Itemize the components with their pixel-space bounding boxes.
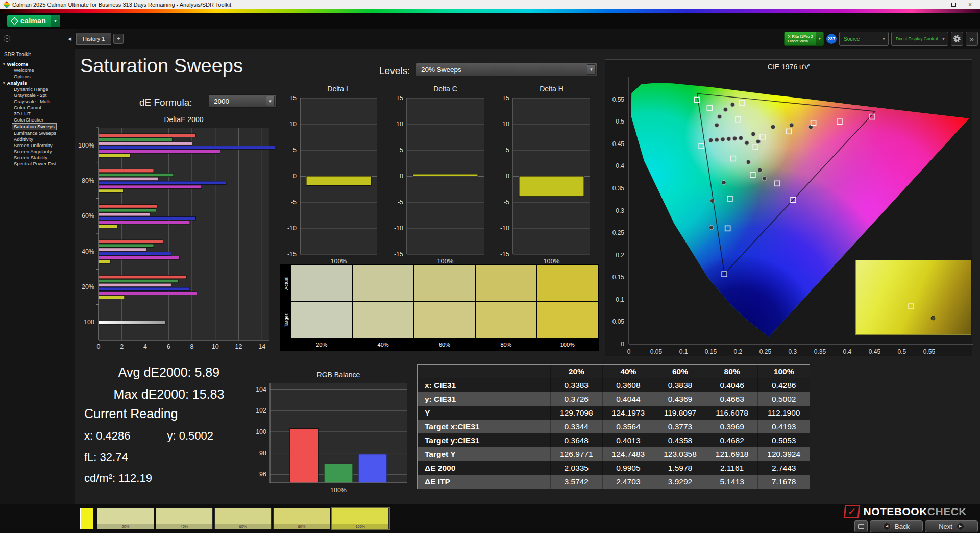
sidebar-item-luminance-sweeps[interactable]: Luminance Sweeps bbox=[12, 130, 58, 136]
sidebar-item-dynamic-range[interactable]: Dynamic Range bbox=[12, 86, 50, 92]
screen-button[interactable] bbox=[854, 520, 868, 532]
calman-logo-icon bbox=[11, 17, 19, 25]
table-cell: 0.5053 bbox=[757, 433, 810, 447]
table-cell: 0.9905 bbox=[602, 461, 654, 475]
sidebar-item-additivity[interactable]: Additivity bbox=[12, 136, 35, 142]
table-cell: 126.9771 bbox=[550, 447, 602, 461]
meter-select-button[interactable]: X-Rite i1Pro 2 Direct View ▼ bbox=[784, 32, 824, 46]
maximize-button[interactable] bbox=[951, 2, 956, 7]
patch-thumbnail-100[interactable]: 100% bbox=[332, 508, 389, 529]
patch-thumbnail-20[interactable]: 20% bbox=[97, 508, 154, 529]
sidebar-item-color-gamut[interactable]: Color Gamut bbox=[12, 105, 43, 111]
tree-group-analysis[interactable]: ▾Analysis bbox=[0, 80, 75, 86]
svg-text:5: 5 bbox=[400, 147, 403, 154]
svg-text:0.35: 0.35 bbox=[814, 348, 826, 355]
delta-l-chart: Delta L 151050-5-10-15100% bbox=[283, 81, 377, 266]
table-cell: 112.1900 bbox=[757, 406, 810, 420]
svg-text:0.4: 0.4 bbox=[843, 348, 852, 355]
meter-mode: Direct View bbox=[788, 39, 813, 43]
window-titlebar: Calman 2025 Calman Ultimate for Business… bbox=[0, 0, 980, 9]
svg-text:102: 102 bbox=[256, 407, 266, 414]
table-cell: 0.3344 bbox=[550, 420, 602, 433]
svg-text:100: 100 bbox=[256, 428, 266, 435]
next-button[interactable]: Next ▶ bbox=[925, 520, 978, 532]
svg-text:0: 0 bbox=[621, 341, 624, 348]
svg-text:10: 10 bbox=[289, 120, 297, 128]
svg-text:0.35: 0.35 bbox=[612, 185, 625, 192]
display-control-dropdown[interactable]: Direct Display Control ▼ bbox=[891, 32, 948, 46]
svg-text:0.5: 0.5 bbox=[616, 118, 624, 125]
swatch-column-label: 20% bbox=[291, 340, 352, 350]
table-cell: 0.4013 bbox=[602, 433, 654, 447]
table-cell: 3.9292 bbox=[654, 475, 706, 489]
patch-thumbnail-40[interactable]: 40% bbox=[156, 508, 213, 529]
sidebar-collapse-button[interactable]: ◀ bbox=[68, 36, 71, 41]
sidebar-item-screen-angularity[interactable]: Screen Angularity bbox=[12, 149, 53, 155]
chevron-down-icon: ▼ bbox=[266, 96, 275, 106]
table-cell: 116.6078 bbox=[706, 406, 758, 420]
tree-group-welcome[interactable]: ▾Welcome bbox=[0, 61, 75, 67]
tree-expand-icon: ▾ bbox=[3, 61, 5, 67]
table-cell: 0.3608 bbox=[602, 378, 654, 392]
svg-text:0.2: 0.2 bbox=[734, 348, 743, 355]
table-cell: 7.1678 bbox=[757, 475, 810, 489]
target-swatch-40 bbox=[353, 302, 413, 338]
pin-icon[interactable] bbox=[4, 35, 10, 42]
sidebar-item-spectral-power-dist[interactable]: Spectral Power Dist. bbox=[12, 161, 59, 167]
panel-expand-button[interactable]: » bbox=[966, 32, 978, 46]
table-cell: 2.4703 bbox=[602, 475, 654, 489]
chevron-down-icon: ▼ bbox=[816, 32, 823, 45]
add-tab-button[interactable]: + bbox=[113, 34, 124, 44]
patch-thumbnail-label: 40% bbox=[156, 524, 212, 529]
close-button[interactable]: × bbox=[968, 2, 972, 7]
patch-thumbnail-60[interactable]: 60% bbox=[214, 508, 272, 529]
app-bar: calman ▼ bbox=[0, 13, 980, 29]
chart-title: CIE 1976 u'v' bbox=[605, 63, 972, 71]
svg-text:0: 0 bbox=[400, 173, 403, 180]
table-row-target-y-cie31: Target y:CIE310.36480.40130.43580.46820.… bbox=[418, 433, 810, 447]
sidebar-item-colorchecker[interactable]: ColorChecker bbox=[12, 117, 45, 123]
svg-text:-5: -5 bbox=[398, 199, 403, 206]
inset-target-marker bbox=[909, 303, 914, 309]
sidebar-item-options[interactable]: Options bbox=[12, 74, 32, 80]
table-cell: 129.7098 bbox=[550, 406, 602, 420]
svg-text:10: 10 bbox=[212, 343, 219, 350]
patch-thumbnail-label: 20% bbox=[97, 524, 154, 529]
notebookcheck-check-icon: ✓ bbox=[844, 505, 861, 518]
levels-dropdown[interactable]: 20% Sweeps ▼ bbox=[416, 63, 598, 76]
svg-text:-10: -10 bbox=[287, 225, 297, 232]
svg-text:96: 96 bbox=[259, 471, 266, 478]
table-cell: 0.4682 bbox=[706, 433, 758, 447]
table-row-label: ΔE ITP bbox=[418, 475, 550, 489]
table-cell: 119.8097 bbox=[654, 406, 706, 420]
table-row-e-itp: ΔE ITP3.57422.47033.92925.14137.1678 bbox=[418, 475, 810, 489]
sidebar-item-screen-uniformity[interactable]: Screen Uniformity bbox=[12, 142, 54, 149]
current-patch-swatch[interactable] bbox=[80, 508, 93, 529]
patch-thumbnail-80[interactable]: 80% bbox=[273, 508, 330, 529]
meter-controls: X-Rite i1Pro 2 Direct View ▼ 237 Source … bbox=[784, 31, 978, 46]
sidebar-item-saturation-sweeps[interactable]: Saturation Sweeps bbox=[12, 123, 57, 130]
de-formula-dropdown[interactable]: 2000 ▼ bbox=[209, 94, 277, 108]
tab-history-1[interactable]: History 1 bbox=[76, 33, 111, 45]
profile-count-badge[interactable]: 237 bbox=[826, 34, 837, 44]
sidebar-item-grayscale-multi[interactable]: Grayscale - Multi bbox=[12, 99, 52, 105]
minimize-button[interactable]: – bbox=[936, 2, 939, 7]
back-button[interactable]: ◀ Back bbox=[870, 520, 923, 532]
table-cell: 121.6918 bbox=[706, 447, 758, 461]
svg-text:80%: 80% bbox=[82, 177, 94, 184]
calman-menu-button[interactable]: calman ▼ bbox=[7, 15, 60, 27]
sidebar-item-grayscale-2pt[interactable]: Grayscale - 2pt bbox=[12, 92, 48, 99]
table-row-e-2000: ΔE 20002.03350.99051.59782.11612.7443 bbox=[418, 461, 810, 475]
table-row-label: Target x:CIE31 bbox=[418, 420, 550, 433]
sidebar-item-screen-stability[interactable]: Screen Stability bbox=[12, 155, 49, 161]
sidebar-item-welcome[interactable]: Welcome bbox=[12, 67, 35, 74]
table-cell: 123.0358 bbox=[654, 447, 706, 461]
table-row-x-cie31: x: CIE310.33830.36080.38380.40460.4286 bbox=[418, 378, 810, 392]
source-dropdown[interactable]: Source ▼ bbox=[839, 32, 889, 46]
table-row-label: Target Y bbox=[418, 447, 550, 461]
swatch-column-label: 80% bbox=[476, 340, 536, 350]
sidebar-item-3d-lut[interactable]: 3D LUT bbox=[12, 111, 32, 117]
table-cell: 0.4044 bbox=[602, 392, 654, 406]
table-row-label: Target y:CIE31 bbox=[418, 433, 550, 447]
settings-gear-button[interactable] bbox=[951, 32, 963, 46]
